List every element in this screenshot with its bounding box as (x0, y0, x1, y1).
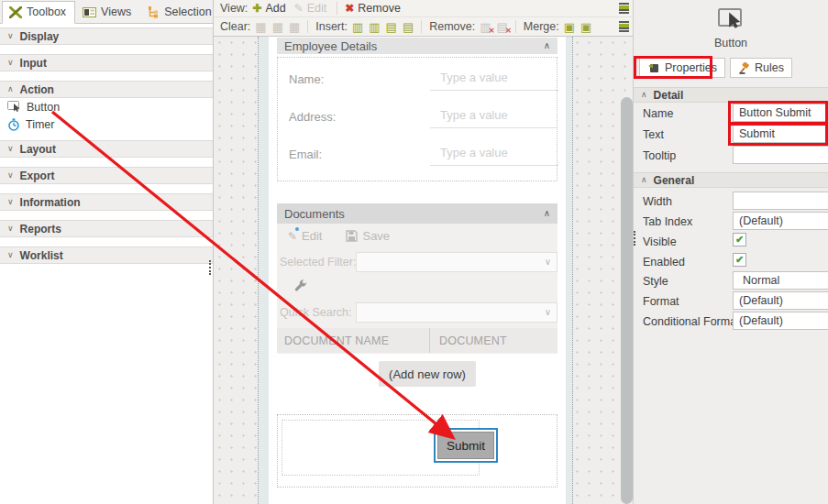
add-new-row-button[interactable]: (Add new row) (379, 361, 476, 387)
view-toolbar: View: ✚Add ✎Edit ✖Remove Clear: ▦ ▦ ▦ In… (214, 0, 633, 37)
chevron-down-icon: ∨ (7, 198, 14, 206)
quick-search-dropdown[interactable]: ∨ (356, 302, 558, 323)
toolbox-item-timer[interactable]: Timer (0, 115, 213, 133)
section-label: Export (20, 170, 55, 182)
clear-formats-icon[interactable]: ▦ (272, 21, 283, 33)
insert-row-below-icon[interactable]: ▤ (403, 21, 414, 33)
documents-save-button[interactable]: Save (346, 229, 390, 243)
text-property-input[interactable] (733, 125, 828, 143)
toolbar-divider (515, 20, 516, 33)
submit-button[interactable]: Submit (437, 432, 494, 459)
toolbox-section-reports[interactable]: ∨Reports (0, 220, 213, 237)
section-label: Layout (20, 143, 56, 156)
enabled-property-label: Enabled (643, 256, 685, 268)
form-surface[interactable]: Employee Details ∧ Name: Type a value Ad… (269, 37, 566, 504)
toolbox-item-label: Button (27, 101, 60, 114)
toolbox-section-information[interactable]: ∨Information (0, 193, 213, 211)
tab-toolbox[interactable]: Toolbox (2, 1, 75, 24)
add-view-button[interactable]: ✚Add (252, 2, 285, 15)
chevron-down-icon: ∨ (7, 32, 14, 40)
tiny-x-icon: ✕ (505, 27, 512, 35)
tab-properties[interactable]: Properties (639, 58, 725, 78)
section-label: Display (20, 30, 60, 43)
collapse-toolbar-icon[interactable] (619, 3, 629, 15)
pencil-icon: ✎ (294, 3, 304, 14)
toolbox-item-button[interactable]: Button (0, 98, 213, 115)
chevron-down-icon: ∨ (7, 59, 14, 67)
documents-edit-button[interactable]: ✎ Edit (288, 229, 322, 243)
property-row-format: Format (634, 291, 828, 312)
merge-down-icon[interactable]: ▣ (580, 21, 591, 33)
enabled-checkbox[interactable]: ✔ (733, 253, 746, 267)
tab-rules[interactable]: Rules (730, 58, 792, 78)
toolbox-tabbar: Toolbox Views Selection (0, 0, 213, 24)
panel-splitter-handle[interactable] (634, 231, 635, 246)
tooltip-property-input[interactable] (733, 146, 828, 164)
property-row-style: Style (634, 271, 828, 291)
collapse-toolbar-icon[interactable] (619, 21, 629, 33)
detail-section-title: Detail (654, 89, 684, 102)
remove-view-button[interactable]: ✖Remove (345, 2, 401, 15)
email-field-label: Email: (289, 148, 322, 161)
toolbox-section-display[interactable]: ∨Display (0, 27, 213, 45)
chevron-down-icon: ∨ (7, 251, 14, 259)
property-row-visible: Visible ✔ (634, 232, 828, 252)
canvas-vertical-scrollbar[interactable] (621, 97, 633, 504)
chevron-up-icon: ∧ (641, 91, 647, 99)
merge-right-icon[interactable]: ▣ (564, 21, 575, 33)
pencil-dot (295, 227, 299, 231)
pencil-icon: ✎ (288, 229, 297, 243)
clear-label: Clear: (220, 20, 250, 33)
format-property-input[interactable] (733, 291, 828, 310)
email-textbox[interactable]: Type a value (430, 142, 558, 166)
rules-icon (738, 62, 750, 74)
name-property-label: Name (643, 107, 673, 120)
edit-view-button[interactable]: ✎Edit (294, 2, 327, 15)
toolbox-section-export[interactable]: ∨Export (0, 167, 213, 184)
remove-row-icon[interactable]: ▤✕ (497, 21, 508, 33)
insert-column-left-icon[interactable]: ▥ (352, 21, 363, 33)
general-section-header[interactable]: ∧General (634, 172, 828, 188)
tab-index-property-input[interactable] (733, 212, 828, 230)
tab-views[interactable]: Views (75, 1, 140, 24)
insert-label: Insert: (315, 20, 348, 33)
chevron-down-icon: ∨ (7, 145, 14, 153)
name-textbox[interactable]: Type a value (430, 67, 558, 91)
chevron-up-icon: ∧ (641, 176, 647, 184)
property-row-conditional-format: Conditional Format (634, 312, 828, 332)
conditional-format-property-input[interactable] (733, 312, 828, 330)
clear-all-icon[interactable]: ▦ (289, 21, 300, 33)
detail-section-header[interactable]: ∧Detail (634, 87, 828, 103)
documents-header[interactable]: Documents ∧ (277, 203, 558, 224)
tooltip-property-label: Tooltip (643, 149, 676, 162)
insert-row-above-icon[interactable]: ▤ (386, 21, 397, 33)
selected-filter-dropdown[interactable]: ∨ (356, 252, 558, 272)
chevron-up-icon: ∧ (544, 209, 550, 218)
toolbox-section-worklist[interactable]: ∨Worklist (0, 247, 213, 264)
toolbar-row-table: Clear: ▦ ▦ ▦ Insert: ▥ ▥ ▤ ▤ Remove: ▥✕ … (214, 17, 633, 36)
documents-view: ✎ Edit Save Selected Filter: ∨ (277, 224, 558, 354)
insert-column-right-icon[interactable]: ▥ (369, 21, 380, 33)
tab-selection[interactable]: Selection (140, 1, 220, 24)
filter-settings-wrench-icon[interactable] (293, 279, 308, 293)
views-icon (83, 7, 96, 17)
clear-contents-icon[interactable]: ▦ (255, 21, 266, 33)
address-textbox[interactable]: Type a value (430, 104, 558, 128)
section-label: Information (20, 196, 81, 209)
text-property-label: Text (643, 128, 664, 141)
employee-details-header[interactable]: Employee Details ∧ (277, 38, 558, 54)
chevron-up-icon: ∧ (7, 85, 14, 93)
toolbox-section-input[interactable]: ∨Input (0, 54, 213, 71)
selected-filter-label: Selected Filter: (280, 256, 356, 268)
toolbox-section-action[interactable]: ∧Action (0, 81, 213, 98)
format-property-label: Format (643, 295, 679, 308)
width-property-input[interactable] (733, 192, 828, 210)
toolbox-section-layout[interactable]: ∨Layout (0, 140, 213, 158)
visible-checkbox[interactable]: ✔ (733, 233, 746, 247)
remove-column-icon[interactable]: ▥✕ (480, 21, 491, 33)
section-label: Input (20, 57, 47, 70)
name-property-input[interactable] (733, 104, 828, 122)
property-row-tab-index: Tab Index (634, 212, 828, 232)
panel-splitter-handle[interactable] (209, 260, 211, 275)
style-property-input[interactable] (733, 271, 828, 290)
